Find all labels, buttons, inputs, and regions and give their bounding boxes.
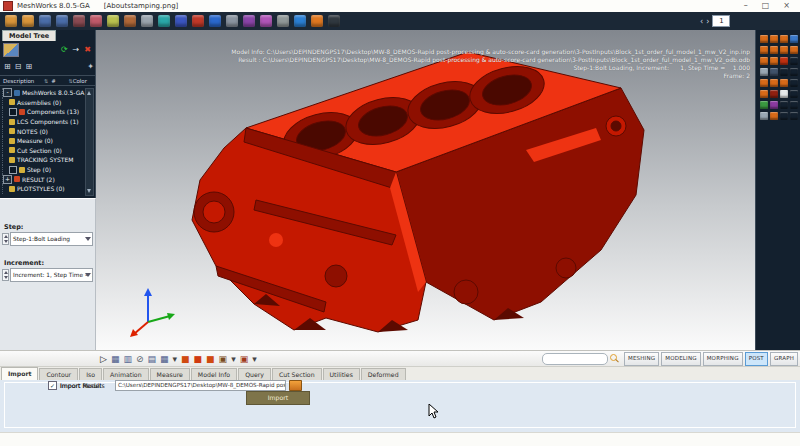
tree-item[interactable]: Components (13) [2, 107, 86, 117]
tree-item[interactable]: - MeshWorks 8.0.5-GA [2, 88, 86, 98]
blank[interactable] [790, 57, 798, 65]
expand-selected-icon[interactable]: ⊞ [25, 62, 32, 71]
mode-button[interactable]: GRAPH [770, 352, 798, 366]
clamp-tool-icon[interactable] [192, 15, 204, 27]
column-description[interactable]: Description [3, 78, 34, 84]
prev-frame-button[interactable]: ‹ [700, 17, 703, 26]
tree-item[interactable]: Assemblies (0) [2, 98, 86, 108]
tree-checkbox[interactable] [9, 166, 17, 174]
file-path-input[interactable]: C:\Users\DEPINDENGPS17\Desktop\MW-8_DEMO… [115, 380, 286, 391]
tab[interactable]: Iso [79, 368, 102, 380]
frame-number-input[interactable]: 1 [712, 15, 730, 27]
meshworks-w-icon[interactable] [311, 15, 323, 27]
search-icon[interactable] [610, 354, 619, 363]
import-button[interactable]: Import [246, 391, 310, 405]
contour-red-2-icon[interactable]: ■ [194, 354, 203, 364]
tree-expander-icon[interactable] [3, 147, 7, 154]
membrane-icon[interactable] [770, 57, 778, 65]
disable-highlight-icon[interactable]: ⊘ [136, 354, 144, 364]
maximize-button[interactable]: □ [762, 2, 770, 10]
minimize-button[interactable]: – [744, 2, 748, 10]
disc-orange-icon[interactable] [770, 112, 778, 120]
column-count[interactable]: # [51, 78, 56, 84]
tree-item[interactable]: TRACKING SYSTEM [2, 155, 86, 165]
mode-button[interactable]: POST [745, 352, 768, 366]
tree-item[interactable]: PLOTSTYLES (0) [2, 184, 86, 194]
blank[interactable] [790, 112, 798, 120]
penta-icon[interactable] [770, 46, 778, 54]
step-spinner[interactable] [2, 233, 9, 245]
tetra-icon[interactable] [780, 46, 788, 54]
detach-panel-icon[interactable]: → [73, 46, 80, 54]
close-button[interactable]: × [783, 2, 790, 10]
tree-expander-icon[interactable]: - [3, 88, 12, 97]
column-color[interactable]: Color [73, 78, 87, 84]
tree-expander-icon[interactable] [3, 118, 7, 125]
morph-tool-icon[interactable] [243, 15, 255, 27]
bookmark-flag-icon[interactable] [175, 15, 187, 27]
blank[interactable] [790, 101, 798, 109]
tab[interactable]: Model Info [191, 368, 237, 380]
tree-item[interactable]: LCS Components (1) [2, 117, 86, 127]
export-icon[interactable] [107, 15, 119, 27]
blank[interactable] [790, 79, 798, 87]
blank[interactable] [780, 68, 788, 76]
tree-scrollbar[interactable] [85, 88, 94, 196]
blank[interactable] [790, 68, 798, 76]
box-darkred-icon[interactable] [770, 90, 778, 98]
eye-icon[interactable] [760, 112, 768, 120]
pyramid-icon[interactable] [790, 46, 798, 54]
tab-model-tree[interactable]: Model Tree [2, 30, 56, 41]
result-icon[interactable]: ▣ [240, 354, 249, 364]
mode-button[interactable]: MORPHING [703, 352, 743, 366]
open-model-icon[interactable] [5, 15, 17, 27]
dropdown-caret-3-icon[interactable]: ▾ [252, 354, 257, 364]
next-frame-button[interactable]: › [706, 17, 709, 26]
blank[interactable] [780, 101, 788, 109]
blank[interactable] [790, 90, 798, 98]
tree-expander-icon[interactable] [3, 185, 7, 192]
collapse-all-icon[interactable]: ⊟ [15, 62, 22, 71]
expand-all-icon[interactable]: ⊞ [4, 62, 11, 71]
save-as-icon[interactable] [56, 15, 68, 27]
robot-icon[interactable] [760, 68, 768, 76]
window-layout-icon[interactable] [124, 15, 136, 27]
tree-item[interactable]: NOTES (0) [2, 126, 86, 136]
refresh-tree-icon[interactable]: ⟳ [61, 46, 68, 54]
solid-blue-icon[interactable] [790, 35, 798, 43]
tree-item[interactable]: Measure (0) [2, 136, 86, 146]
increment-select[interactable]: Increment: 1, Step Time = 1.000 [10, 268, 93, 282]
select-cursor-icon[interactable]: ▷ [100, 354, 107, 364]
grid-view-icon[interactable]: ▤ [148, 354, 157, 364]
box-closed-icon[interactable] [770, 79, 778, 87]
mode-button[interactable]: MESHING [624, 352, 659, 366]
solid-wedge-icon[interactable] [780, 35, 788, 43]
tree-expander-icon[interactable] [3, 166, 7, 173]
viewport-3d[interactable]: Model Info: C:\Users\DEPINDENGPS17\Deskt… [96, 30, 755, 350]
magnet-tool-icon[interactable] [209, 15, 221, 27]
tab[interactable]: Query [238, 368, 271, 380]
tree-expander-icon[interactable] [3, 137, 7, 144]
prism-purple-icon[interactable] [770, 101, 778, 109]
tab[interactable]: Utilities [323, 368, 360, 380]
contour-red-icon[interactable]: ■ [181, 354, 190, 364]
tab[interactable]: Cut Section [272, 368, 322, 380]
tree-checkbox[interactable] [9, 108, 17, 116]
printer-icon[interactable] [226, 15, 238, 27]
box-stack-icon[interactable] [780, 79, 788, 87]
settings-gear-icon[interactable] [277, 15, 289, 27]
increment-spinner[interactable] [2, 269, 9, 281]
tab[interactable]: Deformed [361, 368, 406, 380]
box-orange-icon[interactable] [760, 90, 768, 98]
snapshot-icon[interactable] [73, 15, 85, 27]
contour-red-3-icon[interactable]: ■ [206, 354, 215, 364]
shell-icon[interactable] [760, 57, 768, 65]
sort-icon[interactable]: ⇅ [44, 78, 48, 84]
display-monitor-icon[interactable] [158, 15, 170, 27]
tree-expander-icon[interactable]: + [3, 175, 12, 184]
swirl-tool-icon[interactable] [260, 15, 272, 27]
dark-tool-icon[interactable] [770, 68, 778, 76]
tree-expander-icon[interactable] [3, 99, 7, 106]
tree-expander-icon[interactable] [3, 128, 7, 135]
section-icon[interactable]: ▣ [219, 354, 228, 364]
